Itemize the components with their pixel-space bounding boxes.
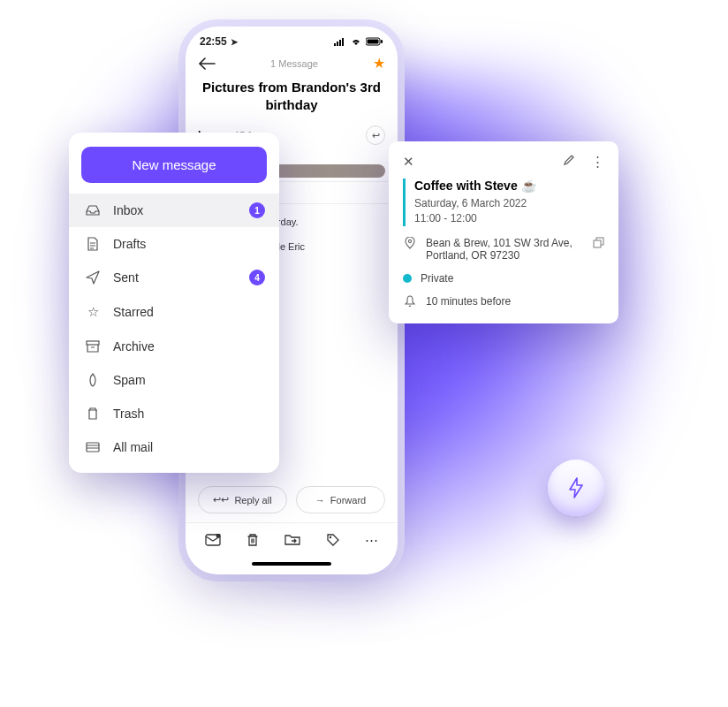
sidebar-label: Starred — [113, 305, 154, 319]
reply-all-label: Reply all — [234, 495, 271, 506]
sidebar-item-archive[interactable]: Archive — [69, 330, 279, 363]
unread-icon[interactable] — [205, 534, 221, 546]
sidebar-item-allmail[interactable]: All mail — [69, 430, 279, 464]
svg-rect-14 — [594, 240, 601, 247]
bolt-icon — [567, 477, 585, 498]
reply-all-button[interactable]: ↩↩ Reply all — [198, 486, 287, 513]
svg-rect-11 — [87, 443, 99, 452]
quick-reply-icon[interactable]: ↩ — [366, 125, 385, 145]
event-reminder-row: 10 minutes before — [403, 295, 604, 308]
new-message-button[interactable]: New message — [81, 147, 267, 183]
event-location: Bean & Brew, 101 SW 3rd Ave, Portland, O… — [426, 237, 584, 262]
event-reminder: 10 minutes before — [426, 295, 511, 308]
move-icon[interactable] — [284, 534, 300, 546]
sidebar-label: Archive — [113, 339, 155, 354]
inbox-icon — [85, 204, 101, 217]
sidebar-label: Trash — [113, 407, 144, 421]
kebab-icon[interactable]: ⋮ — [591, 154, 604, 170]
svg-rect-5 — [368, 40, 379, 44]
status-bar: 22:55 ➤ — [186, 27, 398, 51]
sidebar-item-drafts[interactable]: Drafts — [69, 227, 279, 261]
bell-icon — [403, 295, 417, 308]
label-icon[interactable] — [326, 533, 340, 547]
sidebar-label: Sent — [113, 270, 139, 285]
forward-label: Forward — [330, 495, 366, 506]
forward-icon: → — [315, 495, 325, 506]
sidebar-item-trash[interactable]: Trash — [69, 397, 279, 430]
event-visibility: Private — [421, 272, 453, 285]
copy-icon[interactable] — [593, 237, 604, 248]
event-time: 11:00 - 12:00 — [414, 211, 604, 226]
trash-icon — [85, 407, 101, 421]
toolbar: ⋯ — [186, 522, 398, 557]
event-location-row: Bean & Brew, 101 SW 3rd Ave, Portland, O… — [403, 237, 604, 262]
sidebar-label: Inbox — [113, 203, 143, 217]
sidebar-item-spam[interactable]: Spam — [69, 363, 279, 397]
forward-button[interactable]: → Forward — [296, 486, 385, 513]
sent-icon — [85, 270, 101, 285]
location-pin-icon — [403, 237, 417, 249]
back-arrow-icon[interactable] — [198, 57, 216, 70]
svg-rect-1 — [337, 42, 338, 46]
status-time: 22:55 — [200, 35, 227, 48]
wifi-icon — [350, 37, 362, 46]
event-popover: ✕ ⋮ Coffee with Steve ☕️ Saturday, 6 Mar… — [389, 141, 618, 323]
bolt-knob[interactable] — [548, 460, 604, 516]
home-indicator — [252, 562, 331, 566]
edit-icon[interactable] — [563, 154, 575, 170]
sent-badge: 4 — [249, 270, 265, 285]
email-subject: Pictures from Brandon's 3rd birthday — [186, 79, 398, 122]
drafts-icon — [85, 237, 101, 251]
message-count: 1 Message — [270, 58, 318, 69]
svg-rect-6 — [381, 40, 383, 43]
inbox-badge: 1 — [249, 202, 265, 218]
sidebar-item-inbox[interactable]: Inbox ↻ 1 — [69, 194, 279, 227]
sidebar-label: All mail — [113, 440, 153, 454]
svg-point-12 — [408, 239, 411, 242]
nav-row: 1 Message ★ — [186, 51, 398, 79]
svg-rect-0 — [334, 43, 336, 46]
svg-rect-2 — [339, 40, 341, 46]
reply-all-icon: ↩↩ — [213, 494, 229, 506]
calendar-color-dot — [403, 274, 412, 283]
reply-bar: ↩↩ Reply all → Forward — [186, 477, 398, 522]
more-icon[interactable]: ⋯ — [365, 532, 378, 548]
event-visibility-row: Private — [403, 272, 604, 285]
starred-icon: ☆ — [85, 304, 101, 320]
sidebar-item-starred[interactable]: ☆ Starred — [69, 294, 279, 330]
allmail-icon — [85, 442, 101, 452]
location-arrow-icon: ➤ — [231, 37, 238, 47]
event-date: Saturday, 6 March 2022 — [414, 196, 604, 211]
close-icon[interactable]: ✕ — [403, 154, 414, 170]
event-title: Coffee with Steve ☕️ — [414, 179, 604, 193]
sidebar-label: Drafts — [113, 237, 146, 251]
svg-point-9 — [329, 536, 330, 538]
sidebar-item-sent[interactable]: Sent 4 — [69, 261, 279, 294]
sidebar-label: Spam — [113, 373, 146, 387]
spam-icon — [85, 373, 101, 387]
signal-icon — [334, 37, 346, 46]
event-summary: Coffee with Steve ☕️ Saturday, 6 March 2… — [403, 179, 604, 226]
trash-icon[interactable] — [246, 533, 260, 547]
mail-sidebar: New message Inbox ↻ 1 Drafts Sent 4 ☆ St… — [69, 133, 279, 473]
svg-rect-3 — [342, 38, 344, 46]
battery-icon — [366, 37, 383, 46]
archive-icon — [85, 340, 101, 353]
star-icon[interactable]: ★ — [373, 55, 385, 72]
svg-rect-10 — [87, 341, 99, 345]
